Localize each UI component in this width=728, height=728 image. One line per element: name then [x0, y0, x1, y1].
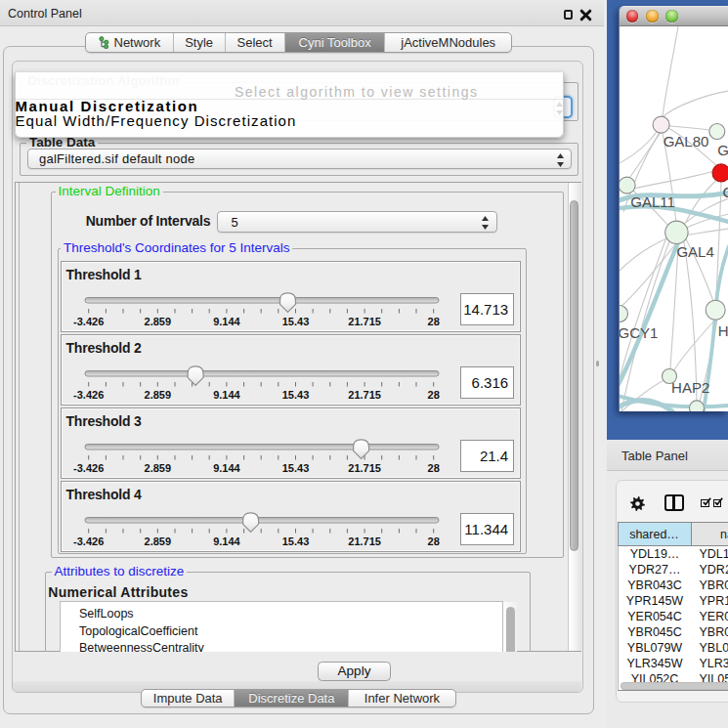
svg-text:C: C: [723, 184, 728, 200]
svg-text:2.859: 2.859: [145, 535, 172, 547]
svg-text:-3.426: -3.426: [73, 389, 104, 401]
svg-text:H: H: [718, 322, 728, 339]
svg-text:9.144: 9.144: [213, 316, 240, 327]
svg-text:9.144: 9.144: [213, 389, 240, 401]
svg-text:2.859: 2.859: [145, 389, 172, 401]
svg-text:-3.426: -3.426: [73, 462, 104, 474]
svg-text:GAL80: GAL80: [664, 133, 709, 150]
svg-text:15.43: 15.43: [282, 462, 310, 474]
svg-text:2.859: 2.859: [145, 316, 172, 327]
svg-text:15.43: 15.43: [282, 389, 310, 401]
svg-text:28: 28: [428, 389, 440, 401]
svg-text:9.144: 9.144: [213, 535, 240, 547]
svg-text:GCY1: GCY1: [620, 324, 658, 341]
svg-text:15.43: 15.43: [282, 535, 310, 547]
svg-text:28: 28: [428, 316, 440, 327]
svg-text:28: 28: [428, 535, 440, 547]
svg-text:HAP2: HAP2: [671, 379, 709, 396]
svg-text:21.715: 21.715: [348, 462, 381, 474]
svg-text:GAL11: GAL11: [630, 193, 675, 210]
svg-text:21.715: 21.715: [348, 316, 381, 327]
svg-text:GA: GA: [717, 142, 728, 158]
svg-text:-3.426: -3.426: [73, 535, 104, 547]
svg-text:21.715: 21.715: [348, 389, 381, 401]
svg-text:28: 28: [428, 462, 440, 474]
svg-text:21.715: 21.715: [348, 535, 381, 547]
svg-text:-3.426: -3.426: [73, 316, 104, 327]
svg-text:GAL4: GAL4: [676, 243, 713, 260]
svg-text:9.144: 9.144: [213, 462, 240, 474]
svg-text:2.859: 2.859: [145, 462, 172, 474]
svg-text:15.43: 15.43: [282, 316, 310, 327]
